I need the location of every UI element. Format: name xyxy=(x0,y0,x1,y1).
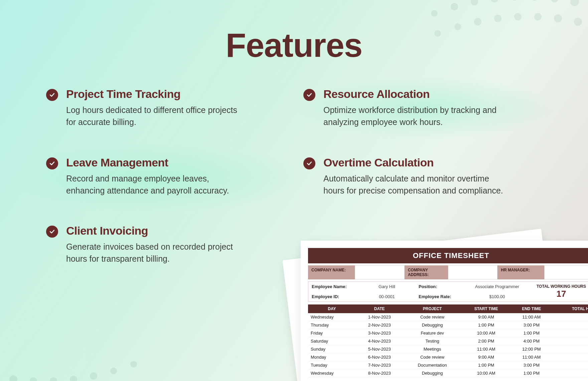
company-name-value xyxy=(355,265,405,279)
svg-point-51 xyxy=(551,0,559,2)
svg-point-117 xyxy=(110,368,117,374)
table-header: DATE xyxy=(356,304,403,313)
feature-leave-management: Leave Management Record and manage emplo… xyxy=(43,151,287,202)
table-cell: 3 xyxy=(552,329,588,337)
position-value: Associate Programmer xyxy=(465,282,529,292)
svg-point-60 xyxy=(554,14,562,22)
feature-title: Client Invoicing xyxy=(66,224,247,237)
table-cell: 6-Nov-2023 xyxy=(356,353,403,361)
svg-point-120 xyxy=(50,377,57,381)
table-cell: 10:00 AM xyxy=(462,369,511,377)
feature-resource-allocation: Resource Allocation Optimize workforce d… xyxy=(301,83,545,133)
table-cell: 12:00 PM xyxy=(511,345,552,353)
table-cell: Code review xyxy=(403,313,462,321)
svg-point-46 xyxy=(451,3,458,10)
table-cell: 4-Nov-2023 xyxy=(356,337,403,345)
table-cell: 2:00 PM xyxy=(462,337,511,345)
svg-point-50 xyxy=(531,0,539,1)
svg-point-119 xyxy=(70,376,77,381)
total-hours-caption: TOTAL WORKING HOURS xyxy=(532,284,588,289)
table-cell: 2 xyxy=(552,313,588,321)
table-cell: 11:00 AM xyxy=(462,345,511,353)
svg-point-47 xyxy=(471,0,478,5)
table-cell: 11:00 AM xyxy=(511,313,552,321)
position-label: Position: xyxy=(415,282,465,292)
table-header: END TIME xyxy=(511,304,552,313)
svg-point-57 xyxy=(494,15,501,22)
table-header: TOTAL HO xyxy=(552,304,588,313)
timesheet-table: DAYDATEPROJECTSTART TIMEEND TIMETOTAL HO… xyxy=(308,304,588,377)
table-cell: Saturday xyxy=(308,337,356,345)
feature-title: Resource Allocation xyxy=(323,88,504,101)
check-icon xyxy=(46,226,58,238)
table-row: Tuesday7-Nov-2023Documentation1:00 PM3:0… xyxy=(308,361,588,369)
table-cell: Feature dev xyxy=(403,329,462,337)
table-cell: Sunday xyxy=(308,345,356,353)
timesheet-preview: OFFICE TIMESHEET COMPANY NAME: COMPANY A… xyxy=(281,190,588,381)
table-cell: Testing xyxy=(403,337,462,345)
table-cell: 2 xyxy=(552,361,588,369)
table-cell: Documentation xyxy=(403,361,462,369)
table-cell: 3 xyxy=(552,369,588,377)
table-cell: 1:00 PM xyxy=(462,321,511,329)
svg-point-59 xyxy=(534,13,542,20)
total-hours-value: 17 xyxy=(532,289,588,299)
feature-desc: Generate invoices based on recorded proj… xyxy=(66,241,247,265)
emp-name-value: Gary Hill xyxy=(358,282,415,292)
svg-point-49 xyxy=(510,0,519,1)
table-header: PROJECT xyxy=(403,304,462,313)
hr-manager-label: HR MANAGER: xyxy=(497,265,544,279)
table-cell: 1 xyxy=(552,345,588,353)
table-cell: Debugging xyxy=(403,321,462,329)
feature-title: Project Time Tracking xyxy=(66,88,247,101)
company-address-label: COMPANY ADDRESS: xyxy=(405,265,448,279)
feature-desc: Optimize workforce distribution by track… xyxy=(323,104,504,128)
feature-desc: Record and manage employee leaves, enhan… xyxy=(66,172,247,197)
table-cell: Wednesday xyxy=(308,313,356,321)
feature-title: Overtime Calculation xyxy=(323,156,504,169)
emp-name-label: Employee Name: xyxy=(308,282,358,292)
timesheet-meta: Employee Name: Gary Hill Position: Assoc… xyxy=(308,281,588,302)
table-cell: 3:00 PM xyxy=(511,321,552,329)
table-cell: Thursday xyxy=(308,321,356,329)
table-cell: Meetings xyxy=(403,345,462,353)
table-cell: 1:00 PM xyxy=(511,369,552,377)
feature-project-time-tracking: Project Time Tracking Log hours dedicate… xyxy=(43,83,287,133)
svg-point-52 xyxy=(570,0,579,6)
table-cell: 9:00 AM xyxy=(462,353,511,361)
table-cell: 3-Nov-2023 xyxy=(356,329,403,337)
table-cell: 1:00 PM xyxy=(511,329,552,337)
table-cell: Tuesday xyxy=(308,361,356,369)
svg-point-56 xyxy=(474,18,481,25)
check-icon xyxy=(303,157,315,169)
paper-front: OFFICE TIMESHEET COMPANY NAME: COMPANY A… xyxy=(301,241,588,381)
rate-label: Employee Rate: xyxy=(415,292,465,302)
timesheet-title: OFFICE TIMESHEET xyxy=(308,248,588,263)
table-row: Friday3-Nov-2023Feature dev10:00 AM1:00 … xyxy=(308,329,588,337)
table-cell: 2-Nov-2023 xyxy=(356,321,403,329)
hr-manager-value xyxy=(544,265,588,279)
feature-desc: Log hours dedicated to different office … xyxy=(66,104,247,128)
table-cell: Code review xyxy=(403,353,462,361)
svg-point-45 xyxy=(431,10,438,17)
total-hours-box: TOTAL WORKING HOURS 17 xyxy=(529,282,588,301)
table-cell: 8-Nov-2023 xyxy=(356,369,403,377)
feature-title: Leave Management xyxy=(66,156,247,169)
svg-point-48 xyxy=(490,0,498,2)
table-cell: 9:00 AM xyxy=(462,313,511,321)
svg-point-61 xyxy=(574,18,582,26)
check-icon xyxy=(303,89,315,101)
table-cell: 1:00 PM xyxy=(462,361,511,369)
table-cell: 2 xyxy=(552,337,588,345)
table-row: Saturday4-Nov-2023Testing2:00 PM4:00 PM2 xyxy=(308,337,588,345)
table-cell: Friday xyxy=(308,329,356,337)
svg-point-121 xyxy=(30,377,37,381)
timesheet-header-row: COMPANY NAME: COMPANY ADDRESS: HR MANAGE… xyxy=(308,265,588,279)
svg-point-118 xyxy=(90,372,97,380)
table-cell: 2 xyxy=(552,353,588,361)
table-cell: 7-Nov-2023 xyxy=(356,361,403,369)
company-address-value xyxy=(448,265,498,279)
table-cell: 11:00 AM xyxy=(511,353,552,361)
svg-point-122 xyxy=(9,375,17,381)
svg-point-116 xyxy=(130,361,137,368)
